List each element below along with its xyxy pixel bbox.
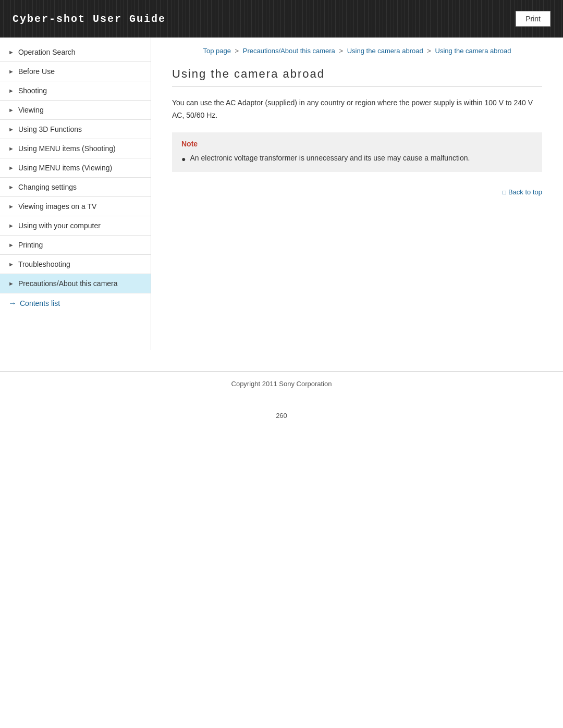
sidebar-item-2[interactable]: ►Shooting <box>0 81 151 101</box>
note-bullet-icon: ● <box>181 153 186 165</box>
arrow-right-icon: → <box>8 299 17 308</box>
breadcrumb-using-camera[interactable]: Using the camera abroad <box>435 47 511 55</box>
page-title: Using the camera abroad <box>172 67 542 87</box>
sidebar-item-9[interactable]: ►Using with your computer <box>0 216 151 236</box>
back-to-top-label: Back to top <box>508 188 542 196</box>
sidebar-item-7[interactable]: ►Changing settings <box>0 178 151 197</box>
sidebar-item-4[interactable]: ►Using 3D Functions <box>0 120 151 139</box>
sidebar-arrow-icon: ► <box>8 145 14 152</box>
back-to-top-link[interactable]: □ Back to top <box>503 188 542 196</box>
body-text: You can use the AC Adaptor (supplied) in… <box>172 97 542 122</box>
print-button[interactable]: Print <box>516 11 550 27</box>
sidebar-arrow-icon: ► <box>8 68 14 75</box>
sidebar-arrow-icon: ► <box>8 88 14 94</box>
sidebar-item-label: Viewing images on a TV <box>18 202 96 211</box>
sidebar-item-label: Using with your computer <box>18 221 101 230</box>
sidebar-item-label: Troubleshooting <box>18 260 70 268</box>
breadcrumb-using-camera-abroad[interactable]: Using the camera abroad <box>347 47 423 55</box>
note-box: Note ●An electronic voltage transformer … <box>172 132 542 172</box>
back-to-top: □ Back to top <box>172 188 542 196</box>
sidebar-item-label: Viewing <box>18 106 44 114</box>
note-item-0: ●An electronic voltage transformer is un… <box>181 152 533 165</box>
sidebar-arrow-icon: ► <box>8 126 14 132</box>
sidebar: ►Operation Search►Before Use►Shooting►Vi… <box>0 38 151 350</box>
page-number: 260 <box>0 396 563 435</box>
sidebar-arrow-icon: ► <box>8 107 14 113</box>
app-title: Cyber-shot User Guide <box>13 13 166 25</box>
sidebar-item-8[interactable]: ►Viewing images on a TV <box>0 197 151 216</box>
note-label: Note <box>181 140 533 148</box>
sidebar-item-label: Printing <box>18 241 43 249</box>
sidebar-item-label: Shooting <box>18 87 47 95</box>
sidebar-item-label: Before Use <box>18 67 55 76</box>
copyright-text: Copyright 2011 Sony Corporation <box>231 380 332 388</box>
sidebar-arrow-icon: ► <box>8 184 14 190</box>
sidebar-item-3[interactable]: ►Viewing <box>0 101 151 120</box>
sidebar-item-11[interactable]: ►Troubleshooting <box>0 255 151 274</box>
sidebar-item-label: Using MENU items (Viewing) <box>18 164 112 172</box>
sidebar-item-label: Changing settings <box>18 183 77 191</box>
sidebar-item-label: Using 3D Functions <box>18 125 82 133</box>
sidebar-item-1[interactable]: ►Before Use <box>0 62 151 81</box>
contents-list-label: Contents list <box>20 299 60 307</box>
sidebar-item-0[interactable]: ►Operation Search <box>0 43 151 62</box>
note-item-text: An electronic voltage transformer is unn… <box>190 152 470 164</box>
sidebar-item-10[interactable]: ►Printing <box>0 236 151 255</box>
breadcrumb: Top page > Precautions/About this camera… <box>172 38 542 62</box>
footer: Copyright 2011 Sony Corporation <box>0 371 563 396</box>
back-arrow-icon: □ <box>503 189 506 196</box>
sidebar-arrow-icon: ► <box>8 223 14 229</box>
sidebar-arrow-icon: ► <box>8 49 14 55</box>
sidebar-arrow-icon: ► <box>8 203 14 209</box>
contents-list-link[interactable]: → Contents list <box>0 293 151 313</box>
sidebar-item-label: Using MENU items (Shooting) <box>18 144 116 153</box>
breadcrumb-top-page[interactable]: Top page <box>203 47 231 55</box>
sidebar-arrow-icon: ► <box>8 242 14 248</box>
sidebar-item-6[interactable]: ►Using MENU items (Viewing) <box>0 158 151 178</box>
sidebar-item-5[interactable]: ►Using MENU items (Shooting) <box>0 139 151 158</box>
sidebar-item-label: Operation Search <box>18 48 76 56</box>
sidebar-arrow-icon: ► <box>8 165 14 171</box>
sidebar-item-12[interactable]: ►Precautions/About this camera <box>0 274 151 293</box>
sidebar-item-label: Precautions/About this camera <box>18 279 118 288</box>
breadcrumb-precautions[interactable]: Precautions/About this camera <box>243 47 335 55</box>
sidebar-arrow-icon: ► <box>8 280 14 287</box>
sidebar-arrow-icon: ► <box>8 261 14 267</box>
content-area: Top page > Precautions/About this camera… <box>151 38 563 217</box>
main-layout: ►Operation Search►Before Use►Shooting►Vi… <box>0 38 563 350</box>
header: Cyber-shot User Guide Print <box>0 0 563 38</box>
